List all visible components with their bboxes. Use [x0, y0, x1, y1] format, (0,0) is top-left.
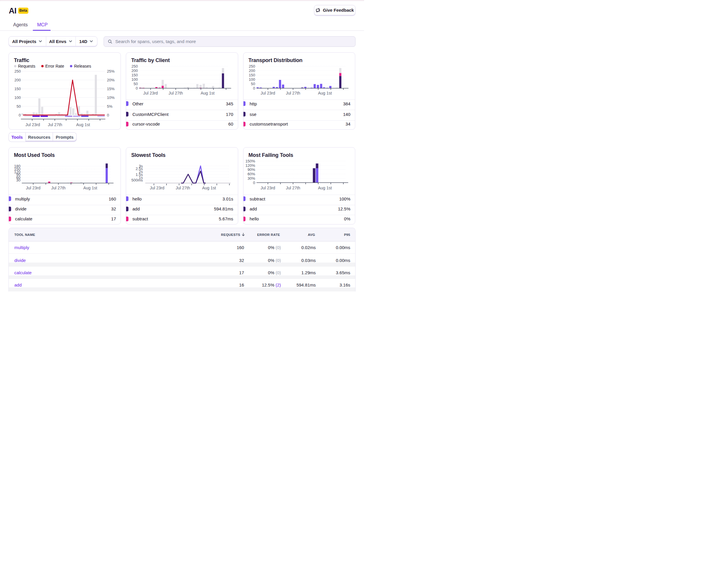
svg-text:250: 250: [14, 69, 21, 73]
svg-text:5%: 5%: [107, 104, 113, 108]
svg-text:100: 100: [14, 95, 21, 100]
svg-text:25%: 25%: [107, 69, 115, 73]
svg-text:Aug 1st: Aug 1st: [318, 185, 332, 190]
svg-text:200: 200: [14, 78, 21, 82]
svg-text:Jul 23rd: Jul 23rd: [25, 122, 40, 127]
svg-text:60%: 60%: [247, 172, 255, 176]
svg-text:0: 0: [19, 113, 21, 117]
svg-text:Jul 27th: Jul 27th: [176, 185, 190, 190]
svg-text:Jul 27th: Jul 27th: [168, 91, 183, 95]
svg-text:100: 100: [249, 77, 255, 82]
svg-text:Jul 27th: Jul 27th: [286, 91, 300, 95]
svg-text:0: 0: [253, 180, 255, 185]
svg-text:Aug 1st: Aug 1st: [202, 185, 216, 190]
svg-text:Aug 1st: Aug 1st: [318, 91, 332, 95]
svg-text:0: 0: [107, 113, 109, 117]
svg-text:Jul 27th: Jul 27th: [51, 185, 66, 190]
svg-text:Jul 27th: Jul 27th: [286, 185, 300, 190]
svg-text:200: 200: [249, 69, 255, 73]
svg-text:3s: 3s: [139, 163, 143, 168]
svg-text:180: 180: [14, 164, 21, 168]
svg-text:Jul 23rd: Jul 23rd: [150, 185, 164, 190]
svg-text:Jul 23rd: Jul 23rd: [144, 91, 158, 95]
svg-text:Aug 1st: Aug 1st: [76, 122, 90, 127]
svg-text:10%: 10%: [107, 95, 115, 100]
svg-text:100: 100: [131, 77, 138, 82]
svg-text:Jul 23rd: Jul 23rd: [260, 91, 275, 95]
svg-text:150: 150: [131, 73, 138, 77]
svg-text:Jul 23rd: Jul 23rd: [26, 185, 41, 190]
svg-text:Aug 1st: Aug 1st: [83, 185, 98, 190]
svg-text:20%: 20%: [107, 78, 115, 82]
svg-text:90%: 90%: [247, 168, 255, 172]
svg-text:Jul 27th: Jul 27th: [48, 122, 62, 127]
svg-text:Aug 1st: Aug 1st: [201, 91, 215, 95]
svg-text:250: 250: [131, 64, 138, 69]
svg-text:150: 150: [14, 86, 21, 91]
svg-text:150: 150: [249, 73, 255, 77]
svg-text:120%: 120%: [245, 163, 255, 168]
svg-text:0: 0: [136, 86, 138, 91]
svg-text:50: 50: [134, 82, 138, 86]
svg-text:250: 250: [249, 64, 255, 69]
svg-text:Jul 23rd: Jul 23rd: [260, 185, 275, 190]
svg-text:50: 50: [251, 82, 255, 86]
svg-text:30%: 30%: [247, 176, 255, 180]
svg-text:50: 50: [17, 104, 21, 108]
svg-text:15%: 15%: [107, 86, 115, 91]
svg-text:150%: 150%: [245, 159, 255, 163]
svg-text:200: 200: [131, 69, 138, 73]
svg-text:0: 0: [253, 86, 255, 91]
